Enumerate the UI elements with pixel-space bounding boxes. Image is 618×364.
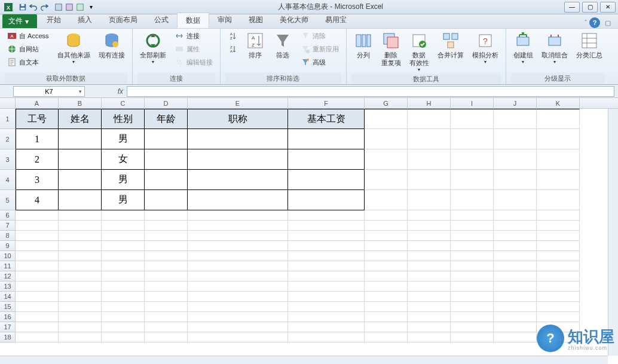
cell-E17[interactable] — [188, 322, 288, 332]
cell-A18[interactable] — [16, 332, 59, 342]
cell-E18[interactable] — [188, 332, 288, 342]
cell-F13[interactable] — [288, 282, 365, 292]
cell-E1[interactable]: 职称 — [188, 109, 288, 129]
row-header-1[interactable]: 1 — [0, 109, 16, 129]
close-button[interactable]: ✕ — [600, 2, 616, 13]
cell-J16[interactable] — [494, 312, 537, 322]
cell-K10[interactable] — [537, 251, 580, 261]
row-header-15[interactable]: 15 — [0, 302, 16, 312]
cell-B2[interactable] — [59, 129, 102, 149]
cell-G17[interactable] — [365, 322, 408, 332]
cell-H16[interactable] — [408, 312, 451, 322]
cell-G6[interactable] — [365, 210, 408, 221]
existing-conn-button[interactable]: 现有连接 — [96, 30, 127, 60]
cell-A11[interactable] — [16, 261, 59, 271]
cell-F6[interactable] — [288, 210, 365, 221]
cell-E9[interactable] — [188, 241, 288, 251]
cell-C3[interactable]: 女 — [102, 149, 145, 170]
cell-G7[interactable] — [365, 221, 408, 231]
cell-C16[interactable] — [102, 312, 145, 322]
row-header-9[interactable]: 9 — [0, 241, 16, 251]
cell-B3[interactable] — [59, 149, 102, 170]
cell-H10[interactable] — [408, 251, 451, 261]
ribbon-expand-icon[interactable]: ▢ — [602, 19, 613, 27]
cell-F16[interactable] — [288, 312, 365, 322]
cell-C11[interactable] — [102, 261, 145, 271]
row-header-4[interactable]: 4 — [0, 170, 16, 190]
row-header-10[interactable]: 10 — [0, 251, 16, 261]
cell-K9[interactable] — [537, 241, 580, 251]
cell-K18[interactable] — [537, 332, 580, 342]
qat-extra3-icon[interactable] — [75, 2, 85, 12]
redo-icon[interactable] — [39, 2, 49, 12]
cell-I2[interactable] — [451, 129, 494, 149]
cell-H3[interactable] — [408, 149, 451, 170]
cell-J8[interactable] — [494, 231, 537, 241]
cell-G14[interactable] — [365, 292, 408, 302]
cell-H8[interactable] — [408, 231, 451, 241]
tab-审阅[interactable]: 审阅 — [209, 13, 240, 28]
cell-C17[interactable] — [102, 322, 145, 332]
cell-I7[interactable] — [451, 221, 494, 231]
cell-H4[interactable] — [408, 170, 451, 190]
cell-I17[interactable] — [451, 322, 494, 332]
excel-icon[interactable]: X — [4, 2, 13, 12]
cell-E10[interactable] — [188, 251, 288, 261]
sort-desc-button[interactable]: ZA — [225, 43, 240, 55]
cell-A1[interactable]: 工号 — [16, 109, 59, 129]
cell-K2[interactable] — [537, 129, 580, 149]
from-other-button[interactable]: 自其他来源▾ — [55, 30, 93, 66]
cell-J11[interactable] — [494, 261, 537, 271]
col-header-H[interactable]: H — [408, 98, 451, 108]
cell-J1[interactable] — [494, 109, 537, 129]
tab-美化大师[interactable]: 美化大师 — [271, 13, 317, 28]
cell-J14[interactable] — [494, 292, 537, 302]
cell-J7[interactable] — [494, 221, 537, 231]
file-tab[interactable]: 文件▾ — [2, 14, 37, 28]
cell-A2[interactable]: 1 — [16, 129, 59, 149]
tab-数据[interactable]: 数据 — [177, 13, 209, 28]
consolidate-button[interactable]: 合并计算 — [435, 30, 466, 60]
cell-C18[interactable] — [102, 332, 145, 342]
cell-D11[interactable] — [145, 261, 188, 271]
from-text-button[interactable]: 自文本 — [5, 56, 51, 68]
cell-A12[interactable] — [16, 271, 59, 282]
cell-D2[interactable] — [145, 129, 188, 149]
col-header-I[interactable]: I — [451, 98, 494, 108]
cell-J9[interactable] — [494, 241, 537, 251]
cell-I5[interactable] — [451, 190, 494, 210]
cell-I11[interactable] — [451, 261, 494, 271]
cell-I14[interactable] — [451, 292, 494, 302]
cell-E6[interactable] — [188, 210, 288, 221]
row-header-8[interactable]: 8 — [0, 231, 16, 241]
qat-extra1-icon[interactable] — [54, 2, 63, 12]
refresh-all-button[interactable]: 全部刷新▾ — [137, 30, 169, 66]
cell-I4[interactable] — [451, 170, 494, 190]
cell-H18[interactable] — [408, 332, 451, 342]
cell-G8[interactable] — [365, 231, 408, 241]
cell-A16[interactable] — [16, 312, 59, 322]
from-access-button[interactable]: A自 Access — [5, 30, 51, 42]
col-header-D[interactable]: D — [145, 98, 188, 108]
cell-K15[interactable] — [537, 302, 580, 312]
col-header-A[interactable]: A — [16, 98, 59, 108]
cell-C4[interactable]: 男 — [102, 170, 145, 190]
cell-J18[interactable] — [494, 332, 537, 342]
cell-H15[interactable] — [408, 302, 451, 312]
cell-J10[interactable] — [494, 251, 537, 261]
cell-C8[interactable] — [102, 231, 145, 241]
cell-G3[interactable] — [365, 149, 408, 170]
row-header-12[interactable]: 12 — [0, 271, 16, 282]
cell-C7[interactable] — [102, 221, 145, 231]
cell-F12[interactable] — [288, 271, 365, 282]
tab-页面布局[interactable]: 页面布局 — [100, 13, 146, 28]
cell-J15[interactable] — [494, 302, 537, 312]
cell-A8[interactable] — [16, 231, 59, 241]
row-header-6[interactable]: 6 — [0, 210, 16, 221]
cell-B15[interactable] — [59, 302, 102, 312]
cell-F18[interactable] — [288, 332, 365, 342]
qat-extra2-icon[interactable] — [65, 2, 74, 12]
cell-H9[interactable] — [408, 241, 451, 251]
cell-B10[interactable] — [59, 251, 102, 261]
cell-C13[interactable] — [102, 282, 145, 292]
